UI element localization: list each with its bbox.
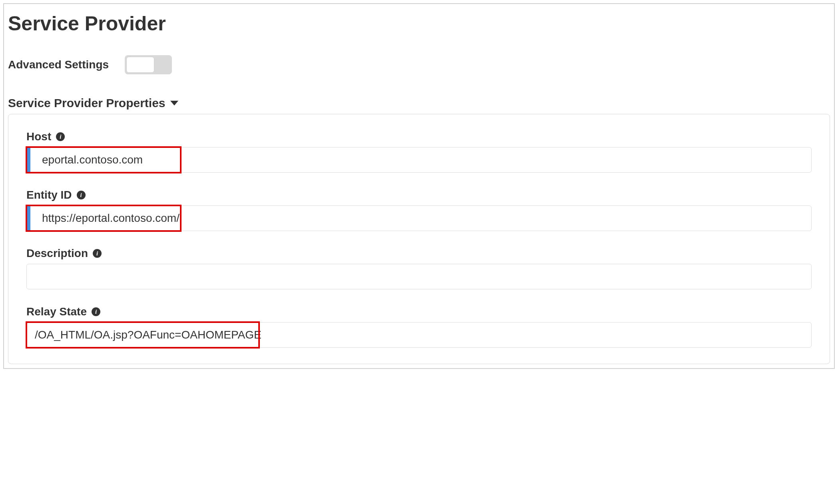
description-label-row: Description i — [26, 247, 812, 260]
advanced-settings-toggle[interactable] — [125, 55, 172, 74]
host-label: Host — [26, 130, 51, 143]
description-label: Description — [26, 247, 88, 260]
info-icon[interactable]: i — [77, 191, 86, 199]
entity-id-label-row: Entity ID i — [26, 189, 812, 201]
caret-down-icon — [170, 101, 178, 106]
page-title: Service Provider — [8, 12, 830, 35]
field-group-entity-id: Entity ID i — [26, 189, 812, 231]
relay-state-label: Relay State — [26, 305, 87, 318]
description-input-wrap — [26, 264, 812, 289]
entity-id-input[interactable] — [26, 205, 812, 231]
field-group-relay-state: Relay State i — [26, 305, 812, 348]
entity-id-input-wrap — [26, 205, 812, 231]
page-container: Service Provider Advanced Settings Servi… — [3, 3, 835, 369]
entity-id-label: Entity ID — [26, 189, 72, 201]
input-focus-bar — [26, 205, 30, 231]
field-group-description: Description i — [26, 247, 812, 289]
host-label-row: Host i — [26, 130, 812, 143]
info-icon[interactable]: i — [92, 307, 100, 316]
host-input-wrap — [26, 147, 812, 173]
toggle-knob — [126, 57, 154, 73]
advanced-settings-label: Advanced Settings — [8, 58, 109, 71]
info-icon[interactable]: i — [56, 132, 65, 141]
relay-state-input[interactable] — [26, 322, 812, 348]
service-provider-properties-header[interactable]: Service Provider Properties — [8, 96, 830, 110]
input-focus-bar — [26, 147, 30, 173]
info-icon[interactable]: i — [93, 249, 102, 258]
field-group-host: Host i — [26, 130, 812, 173]
relay-state-input-wrap — [26, 322, 812, 348]
host-input[interactable] — [26, 147, 812, 173]
service-provider-properties-panel: Host i Entity ID i Descrip — [8, 114, 830, 364]
section-header-text: Service Provider Properties — [8, 96, 166, 110]
relay-state-label-row: Relay State i — [26, 305, 812, 318]
advanced-settings-row: Advanced Settings — [8, 55, 830, 74]
description-input[interactable] — [26, 264, 812, 289]
